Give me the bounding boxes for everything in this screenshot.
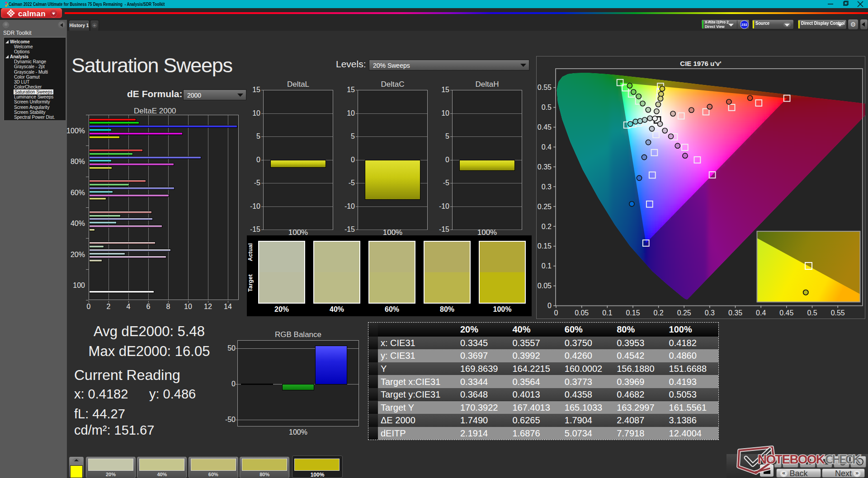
svg-text:0.15: 0.15: [626, 309, 640, 317]
svg-text:0.4: 0.4: [756, 309, 766, 317]
svg-text:0.2: 0.2: [542, 223, 552, 230]
svg-text:0.05: 0.05: [575, 309, 589, 317]
svg-text:0.05: 0.05: [538, 282, 552, 290]
svg-text:0.55: 0.55: [831, 309, 845, 317]
svg-text:0.55: 0.55: [538, 84, 552, 91]
svg-text:0.25: 0.25: [538, 203, 552, 211]
svg-text:0.2: 0.2: [653, 309, 663, 317]
svg-text:CHECK: CHECK: [825, 452, 861, 466]
svg-text:0.1: 0.1: [542, 262, 552, 270]
svg-text:0.4: 0.4: [542, 143, 552, 151]
svg-text:0.25: 0.25: [677, 309, 691, 317]
svg-text:0.5: 0.5: [542, 103, 552, 111]
svg-text:NOTEBOOK: NOTEBOOK: [758, 452, 825, 466]
svg-text:0.1: 0.1: [602, 309, 612, 317]
svg-text:0.3: 0.3: [705, 309, 715, 317]
svg-text:0: 0: [554, 309, 558, 317]
svg-text:0.5: 0.5: [807, 309, 817, 317]
svg-text:0.35: 0.35: [728, 309, 742, 317]
svg-text:0.15: 0.15: [538, 242, 552, 250]
svg-text:0.45: 0.45: [779, 309, 793, 317]
svg-text:0.45: 0.45: [538, 123, 552, 131]
svg-text:0.35: 0.35: [538, 163, 552, 171]
svg-text:0: 0: [547, 302, 552, 309]
svg-text:0.3: 0.3: [542, 183, 552, 191]
